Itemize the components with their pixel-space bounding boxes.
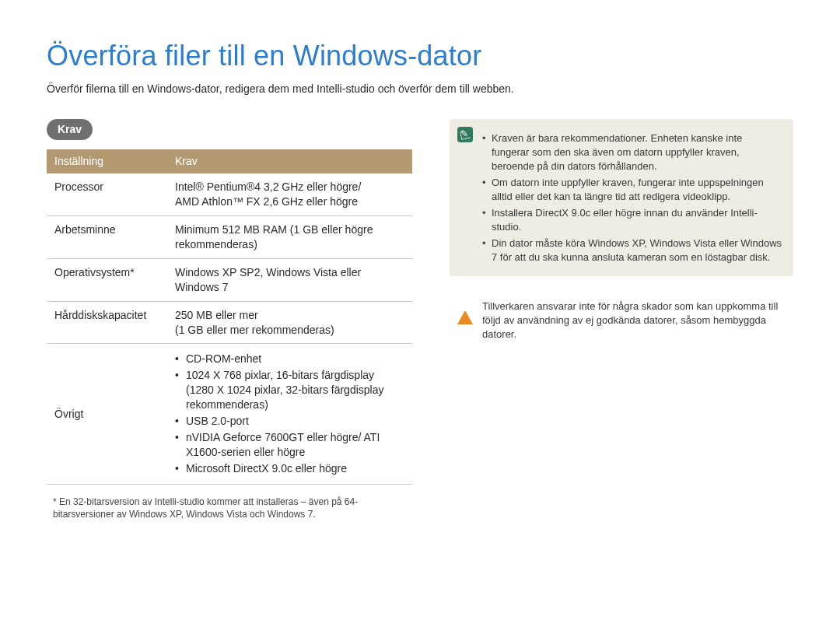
- page-title: Överföra filer till en Windows-dator: [47, 37, 793, 75]
- req-value: Intel® Pentium®4 3,2 GHz eller högre/ AM…: [167, 173, 412, 215]
- list-item: USB 2.0-port: [175, 414, 404, 429]
- two-column-layout: Krav Inställning Krav Processor Intel® P…: [47, 119, 793, 521]
- list-item: 1024 X 768 pixlar, 16-bitars färgdisplay…: [175, 368, 404, 412]
- warning-icon: [457, 298, 473, 313]
- list-item: Kraven är bara rekommendationer. Enheten…: [482, 131, 782, 173]
- table-row: Operativsystem* Windows XP SP2, Windows …: [47, 258, 412, 301]
- left-column: Krav Inställning Krav Processor Intel® P…: [47, 119, 412, 521]
- table-row: Övrigt CD-ROM-enhet 1024 X 768 pixlar, 1…: [47, 344, 412, 484]
- req-label: Processor: [47, 173, 167, 215]
- list-item: Microsoft DirectX 9.0c eller högre: [175, 461, 404, 476]
- warning-note-box: Tillverkaren ansvarar inte för några ska…: [450, 290, 793, 350]
- requirements-table: Inställning Krav Processor Intel® Pentiu…: [47, 149, 412, 484]
- table-row: Processor Intel® Pentium®4 3,2 GHz eller…: [47, 173, 412, 215]
- warning-text: Tillverkaren ansvarar inte för några ska…: [482, 299, 782, 341]
- page-subtitle: Överför filerna till en Windows-dator, r…: [47, 82, 793, 96]
- req-label: Operativsystem*: [47, 258, 167, 301]
- table-row: Arbetsminne Minimum 512 MB RAM (1 GB ell…: [47, 216, 412, 259]
- table-header-setting: Inställning: [47, 149, 167, 173]
- table-row: Hårddiskskapacitet 250 MB eller mer (1 G…: [47, 301, 412, 344]
- list-item: Din dator måste köra Windows XP, Windows…: [482, 236, 782, 264]
- other-requirements-list: CD-ROM-enhet 1024 X 768 pixlar, 16-bitar…: [175, 352, 404, 475]
- req-label: Övrigt: [47, 344, 167, 484]
- note-icon: [457, 127, 473, 142]
- list-item: nVIDIA Geforce 7600GT eller högre/ ATI X…: [175, 430, 404, 460]
- section-heading-pill: Krav: [47, 119, 93, 140]
- page-root: Överföra filer till en Windows-dator Öve…: [0, 37, 840, 634]
- req-value: Minimum 512 MB RAM (1 GB eller högre rek…: [167, 216, 412, 259]
- info-note-box: Kraven är bara rekommendationer. Enheten…: [450, 119, 793, 276]
- info-note-list: Kraven är bara rekommendationer. Enheten…: [482, 131, 782, 264]
- table-footnote: * En 32-bitarsversion av Intelli-studio …: [47, 496, 412, 522]
- list-item: CD-ROM-enhet: [175, 352, 404, 366]
- right-column: Kraven är bara rekommendationer. Enheten…: [450, 119, 793, 521]
- exclamation-triangle-icon: [457, 299, 473, 324]
- list-item: Om datorn inte uppfyller kraven, fungera…: [482, 176, 782, 203]
- req-label: Arbetsminne: [47, 216, 167, 259]
- req-label: Hårddiskskapacitet: [47, 301, 167, 344]
- req-value: 250 MB eller mer (1 GB eller mer rekomme…: [167, 301, 412, 344]
- req-value: Windows XP SP2, Windows Vista eller Wind…: [167, 258, 412, 301]
- table-header-requirement: Krav: [167, 149, 412, 173]
- req-value: CD-ROM-enhet 1024 X 768 pixlar, 16-bitar…: [167, 344, 412, 484]
- pencil-square-icon: [457, 127, 473, 142]
- list-item: Installera DirectX 9.0c eller högre inna…: [482, 206, 782, 233]
